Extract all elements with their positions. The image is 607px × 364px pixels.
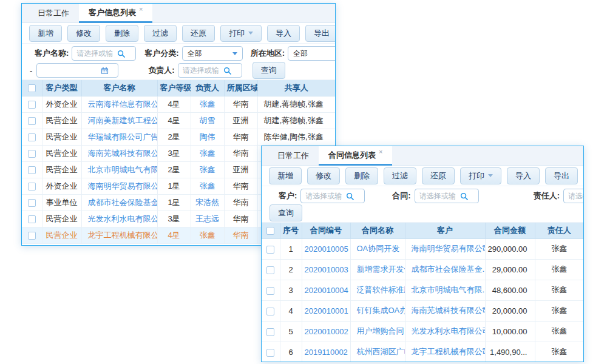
- restore-button[interactable]: 还原: [422, 167, 455, 184]
- owner-link[interactable]: 张鑫: [191, 227, 224, 243]
- select-all-checkbox[interactable]: [266, 227, 274, 235]
- restore-button[interactable]: 还原: [182, 25, 215, 42]
- customer-name-link[interactable]: 北京市明城电气有限...: [81, 161, 157, 178]
- customer-name-input[interactable]: [72, 46, 136, 61]
- contract-code-link[interactable]: 2020010005: [302, 238, 350, 259]
- owner-link[interactable]: 张鑫: [191, 96, 224, 112]
- customer-name-link[interactable]: 光发水利水电有限公司: [81, 211, 157, 227]
- filter-button[interactable]: 过滤: [384, 167, 416, 184]
- row-checkbox[interactable]: [266, 266, 274, 274]
- customer-name-link[interactable]: 云南海祥信息有限公司: [81, 96, 157, 112]
- contract-name-link[interactable]: 杭州西湖区广电...: [350, 342, 405, 362]
- owner-link[interactable]: 宋浩然: [191, 194, 224, 211]
- row-checkbox[interactable]: [28, 117, 36, 125]
- owner-link[interactable]: 张鑫: [191, 161, 224, 178]
- customer-name-link[interactable]: 华瑞城有限公司广告...: [81, 129, 157, 145]
- contract-code-link[interactable]: 2019110002: [302, 342, 350, 362]
- contract-name-link[interactable]: 泛普软件标准版...: [350, 280, 405, 300]
- print-button[interactable]: 打印: [460, 167, 501, 184]
- cell-amount: 48,600.00: [485, 280, 535, 300]
- tab-contract-list[interactable]: 合同信息列表 ×: [319, 146, 392, 166]
- row-checkbox[interactable]: [28, 133, 36, 141]
- calendar-icon[interactable]: [101, 67, 109, 75]
- row-checkbox[interactable]: [28, 150, 36, 158]
- contract-filter-input[interactable]: [415, 189, 479, 203]
- owner-input[interactable]: [178, 63, 242, 78]
- contract-code-link[interactable]: 2020010002: [302, 321, 350, 342]
- export-button[interactable]: 导出: [545, 167, 578, 184]
- row-checkbox[interactable]: [28, 101, 36, 109]
- owner-link[interactable]: 张鑫: [191, 178, 224, 194]
- add-button[interactable]: 新增: [29, 25, 62, 42]
- view-log-button[interactable]: 查看日志: [583, 167, 584, 184]
- print-button-label: 打印: [469, 170, 484, 181]
- customer-link[interactable]: 成都市社会保险基金...: [405, 259, 485, 280]
- customer-link[interactable]: 龙宇工程机械有限公司: [405, 342, 485, 362]
- edit-button[interactable]: 修改: [67, 25, 100, 42]
- query-button[interactable]: 查询: [270, 204, 302, 221]
- delete-button[interactable]: 删除: [345, 167, 378, 184]
- owner-link[interactable]: 胡雪: [191, 112, 224, 129]
- row-checkbox[interactable]: [28, 199, 36, 207]
- row-checkbox[interactable]: [266, 349, 274, 357]
- close-icon[interactable]: ×: [379, 148, 382, 155]
- customer-filter-input[interactable]: [300, 189, 365, 203]
- select-all-checkbox[interactable]: [28, 84, 36, 92]
- owner-link[interactable]: 王志远: [191, 211, 224, 227]
- area-select[interactable]: 全部: [288, 46, 336, 61]
- edit-button[interactable]: 修改: [307, 167, 340, 184]
- cell-region: 华南: [224, 129, 257, 145]
- filter-button[interactable]: 过滤: [144, 25, 177, 42]
- owner-link[interactable]: 张鑫: [191, 145, 224, 161]
- customer-link[interactable]: 光发水利水电有限公司: [405, 321, 485, 342]
- add-button[interactable]: 新增: [269, 167, 302, 184]
- tab-customer-list[interactable]: 客户信息列表 ×: [79, 4, 152, 23]
- query-button[interactable]: 查询: [253, 62, 285, 79]
- import-button[interactable]: 导入: [267, 25, 300, 42]
- contract-name-link[interactable]: 用户增购合同: [350, 321, 405, 342]
- delete-button[interactable]: 删除: [106, 25, 138, 42]
- contract-code-link[interactable]: 2020010004: [302, 280, 350, 300]
- row-checkbox[interactable]: [28, 215, 36, 223]
- row-checkbox[interactable]: [28, 232, 36, 240]
- cell-customer-type: 民营企业: [42, 211, 81, 227]
- col-owner: 负责人: [191, 80, 224, 96]
- export-button[interactable]: 导出: [305, 25, 336, 42]
- row-checkbox[interactable]: [266, 246, 274, 254]
- row-checkbox[interactable]: [266, 308, 274, 315]
- import-button[interactable]: 导入: [507, 167, 540, 184]
- customer-name-link[interactable]: 河南美新建筑工程公司: [81, 112, 157, 129]
- row-checkbox[interactable]: [28, 166, 36, 174]
- date-input[interactable]: [36, 63, 118, 78]
- cell-shared: 胡建,蒋德帧,张鑫: [257, 112, 335, 129]
- customer-name-link[interactable]: 海南明华贸易有限公司: [81, 178, 157, 194]
- customer-link[interactable]: 北京市明城电气有限...: [405, 280, 485, 300]
- col-amount: 合同金额: [485, 223, 535, 238]
- cell-level: 1星: [157, 178, 191, 194]
- customer-name-link[interactable]: 龙宇工程机械有限公司: [81, 227, 157, 243]
- close-icon[interactable]: ×: [139, 5, 143, 13]
- customer-name-link[interactable]: 成都市社会保险基金...: [81, 194, 157, 211]
- contract-code-link[interactable]: 2020010001: [302, 300, 350, 321]
- search-icon[interactable]: [346, 192, 354, 200]
- row-checkbox[interactable]: [28, 183, 36, 190]
- customer-name-link[interactable]: 海南芜城科技有限公司: [81, 145, 157, 161]
- customer-category-select[interactable]: 全部: [182, 46, 243, 61]
- print-button[interactable]: 打印: [220, 25, 262, 42]
- tab-daily-work[interactable]: 日常工作: [28, 4, 79, 22]
- owner-filter-input[interactable]: [563, 189, 584, 203]
- customer-link[interactable]: 海南芜城科技有限公司: [405, 300, 485, 321]
- contract-name-link[interactable]: 新增需求开发合同: [350, 259, 405, 280]
- search-icon[interactable]: [223, 67, 231, 75]
- owner-link[interactable]: 陶伟: [191, 129, 224, 145]
- customer-link[interactable]: 海南明华贸易有限公司: [405, 238, 485, 259]
- search-icon[interactable]: [460, 192, 468, 200]
- search-icon[interactable]: [117, 50, 125, 58]
- tab-daily-work[interactable]: 日常工作: [268, 146, 319, 165]
- contract-name-link[interactable]: OA协同开发: [350, 238, 405, 259]
- contract-code-link[interactable]: 2020010003: [302, 259, 350, 280]
- row-checkbox[interactable]: [266, 287, 274, 295]
- contract-name-link[interactable]: 钉钉集成OA办公: [350, 300, 405, 321]
- row-checkbox[interactable]: [266, 328, 274, 336]
- cell-owner: 张鑫: [535, 300, 583, 321]
